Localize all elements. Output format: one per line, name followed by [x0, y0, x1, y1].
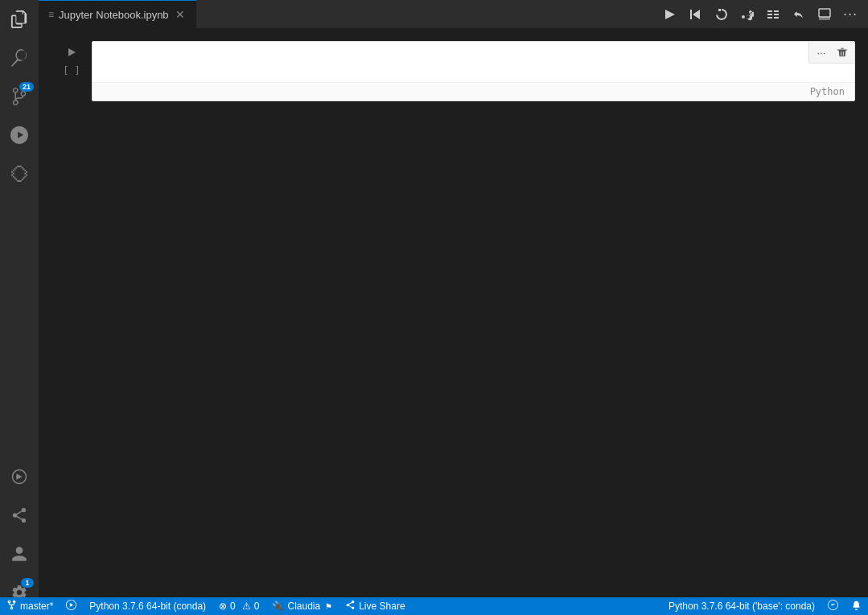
more-icon: ··· [843, 6, 858, 23]
cell-body[interactable] [93, 42, 854, 82]
git-branch-item[interactable]: master* [0, 597, 60, 615]
sidebar-item-search[interactable] [0, 39, 39, 77]
svg-rect-1 [819, 17, 830, 20]
title-bar: ≡ Jupyter Notebook.ipynb ✕ ··· [39, 0, 868, 28]
user-label: Claudia [287, 601, 320, 612]
user-item[interactable]: 🔌 Claudia ⚑ [265, 597, 339, 615]
remote-status-item[interactable] [60, 597, 83, 615]
cell-footer: Python [93, 82, 854, 100]
live-share-label: Live Share [359, 601, 405, 612]
active-tab[interactable]: ≡ Jupyter Notebook.ipynb ✕ [39, 0, 196, 28]
sidebar-item-remote-explorer[interactable] [0, 457, 39, 496]
cell-language: Python [810, 86, 845, 97]
live-share-item[interactable]: Live Share [339, 597, 411, 615]
error-count: 0 [230, 601, 236, 612]
errors-item[interactable]: ⊗ 0 ⚠ 0 [212, 597, 265, 615]
run-cell-button[interactable] [64, 44, 80, 60]
main-content: [ ] ··· Python [39, 28, 868, 597]
notifications-button[interactable] [845, 600, 868, 613]
run-all-button[interactable] [659, 3, 681, 26]
toggle-panel-button[interactable] [813, 3, 836, 26]
git-branch-label: master* [20, 601, 53, 612]
liveshare-icon [345, 600, 356, 613]
python-env-label: Python 3.7.6 64-bit (conda) [89, 601, 206, 612]
cell-content[interactable]: ··· Python [92, 41, 855, 101]
cell-container: [ ] ··· Python [51, 41, 855, 101]
user-icon: ⚑ [325, 602, 332, 611]
undo-button[interactable] [788, 3, 810, 26]
kernel-info-item[interactable]: Python 3.7.6 64-bit ('base': conda) [662, 601, 821, 612]
cell-execution-count: [ ] [63, 65, 80, 76]
warning-count: 0 [254, 601, 260, 612]
svg-rect-0 [819, 9, 830, 17]
cell-delete-button[interactable] [833, 43, 851, 61]
status-bar: master* Python 3.7.6 64-bit (conda) ⊗ 0 … [0, 597, 868, 615]
tab-close-button[interactable]: ✕ [174, 6, 187, 23]
remote-icon [66, 600, 76, 613]
sidebar-item-explorer[interactable] [0, 0, 39, 39]
source-control-button[interactable] [736, 3, 759, 26]
sidebar-item-extensions[interactable] [0, 154, 39, 193]
feedback-icon [828, 600, 838, 613]
cell-toolbar: ··· [808, 41, 855, 64]
variables-button[interactable] [762, 3, 784, 26]
account-icon[interactable] [0, 535, 39, 573]
cell-gutter: [ ] [51, 41, 92, 76]
bell-icon [851, 600, 862, 613]
feedback-button[interactable] [821, 600, 845, 613]
settings-badge: 1 [21, 578, 34, 588]
tab-title: Jupyter Notebook.ipynb [59, 9, 169, 21]
git-icon [6, 600, 17, 613]
sidebar-item-liveshare[interactable] [0, 496, 39, 535]
activity-bar: 21 1 [0, 0, 39, 615]
warning-icon: ⚠ [242, 601, 251, 612]
more-actions-button[interactable]: ··· [839, 3, 862, 26]
notebook-area: [ ] ··· Python [39, 28, 868, 597]
plug-icon: 🔌 [272, 601, 284, 612]
kernel-info-label: Python 3.7.6 64-bit ('base': conda) [668, 601, 815, 612]
run-all-cells-button[interactable] [685, 3, 707, 26]
error-icon: ⊗ [219, 601, 227, 612]
source-control-badge: 21 [19, 82, 34, 92]
cell-more-button[interactable]: ··· [812, 43, 830, 61]
notebook-tab-icon: ≡ [48, 9, 54, 20]
sidebar-item-source-control[interactable]: 21 [0, 77, 39, 116]
status-bar-right: Python 3.7.6 64-bit ('base': conda) [662, 600, 868, 613]
python-env-item[interactable]: Python 3.7.6 64-bit (conda) [83, 597, 212, 615]
toolbar-actions: ··· [659, 3, 868, 26]
sidebar-item-run-debug[interactable] [0, 116, 39, 154]
restart-button[interactable] [710, 3, 733, 26]
